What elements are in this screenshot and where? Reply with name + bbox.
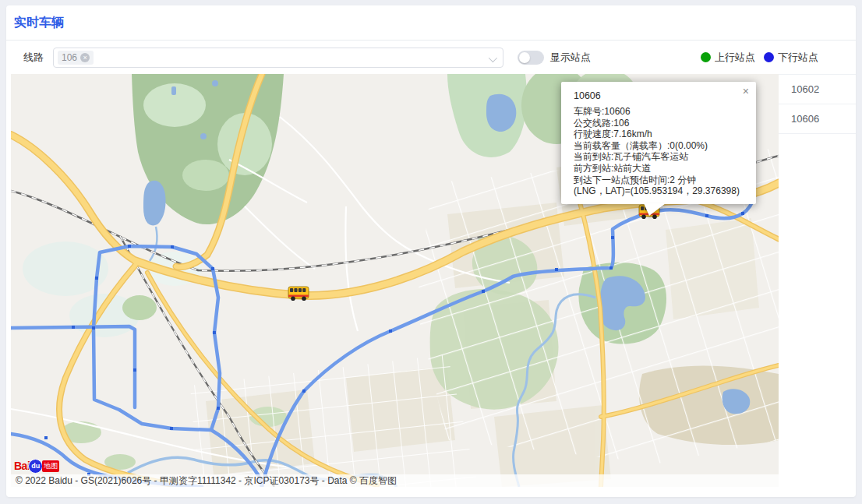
- popup-eta-line: 到达下一站点预估时间:2 分钟: [574, 174, 747, 186]
- popup-route-line: 公交线路:106: [574, 118, 747, 129]
- toggle-knob: [519, 52, 530, 63]
- baidu-logo-maps-tag: 地图: [42, 460, 59, 472]
- popup-load-line: 当前载客量（满载率）:0(0.00%): [574, 140, 747, 152]
- vehicle-list-item-10602[interactable]: 10602: [779, 75, 856, 104]
- popup-close-icon[interactable]: ×: [743, 86, 749, 97]
- vehicle-info-popup: × 10606 车牌号:10606 公交线路:106 行驶速度:7.16km/h…: [561, 82, 756, 204]
- route-select[interactable]: 106 ×: [53, 48, 503, 68]
- route-tag: 106 ×: [58, 51, 94, 65]
- chevron-down-icon: [489, 53, 497, 62]
- map-attribution: © 2022 Baidu - GS(2021)6026号 - 甲测资字11111…: [11, 474, 779, 487]
- popup-title: 10606: [574, 90, 747, 101]
- map-canvas[interactable]: × 10606 车牌号:10606 公交线路:106 行驶速度:7.16km/h…: [11, 74, 779, 487]
- card-header: 实时车辆: [6, 5, 856, 41]
- baidu-logo: Bai du 地图: [14, 458, 59, 474]
- bus-marker-west[interactable]: [288, 287, 309, 301]
- popup-speed-line: 行驶速度:7.16km/h: [574, 129, 747, 140]
- popup-plate-line: 车牌号:10606: [574, 106, 747, 118]
- baidu-logo-paw-icon: du: [28, 459, 43, 474]
- upbound-station-label: 上行站点: [715, 51, 755, 65]
- baidu-logo-bai: Bai: [14, 460, 30, 472]
- vehicle-list-item-10606[interactable]: 10606: [779, 104, 856, 134]
- show-stations-toggle[interactable]: [518, 51, 544, 65]
- station-legend: 上行站点 下行站点: [701, 51, 818, 65]
- vehicle-list: 10602 10606: [779, 74, 856, 488]
- upbound-station-dot: [701, 52, 711, 62]
- popup-current-station-line: 当前到站:瓦子铺汽车客运站: [574, 151, 747, 163]
- popup-coords-line: (LNG，LAT)=(105.953194，29.376398): [574, 185, 747, 197]
- popup-next-station-line: 前方到站:站前大道: [574, 163, 747, 174]
- page-title: 实时车辆: [14, 15, 64, 31]
- route-tag-close-icon[interactable]: ×: [80, 53, 90, 62]
- filter-bar: 线路 106 × 显示站点 上行站点 下行站点: [6, 41, 856, 74]
- route-tag-text: 106: [62, 52, 77, 63]
- downbound-station-label: 下行站点: [778, 51, 818, 65]
- downbound-station-dot: [764, 52, 774, 62]
- popup-tail: [642, 203, 669, 217]
- content-card: 实时车辆 线路 106 × 显示站点 上行站点 下行站点: [6, 5, 856, 497]
- show-stations-label: 显示站点: [550, 51, 591, 65]
- route-select-label: 线路: [23, 51, 44, 65]
